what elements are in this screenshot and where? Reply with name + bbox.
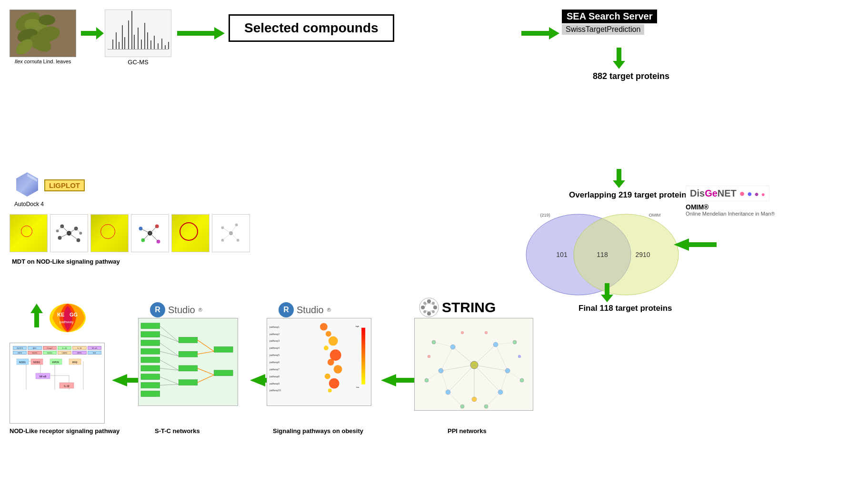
svg-point-137	[427, 312, 431, 316]
mdt-img-4	[131, 214, 169, 252]
ilex-image	[10, 10, 76, 57]
omim-full-label: Online Mendelian Inheritance in Man®	[686, 211, 775, 217]
string-text: STRING	[442, 299, 496, 316]
svg-line-45	[143, 233, 150, 240]
svg-rect-88	[141, 383, 160, 388]
svg-line-36	[58, 226, 62, 231]
svg-marker-13	[613, 169, 625, 188]
svg-marker-0	[81, 27, 104, 40]
mdt-img-6	[212, 214, 250, 252]
svg-text:KE: KE	[57, 312, 64, 317]
svg-line-52	[222, 227, 231, 233]
svg-line-53	[231, 225, 237, 233]
svg-marker-3	[613, 48, 625, 69]
svg-rect-81	[141, 323, 160, 329]
svg-text:RIP2K: RIP2K	[52, 361, 60, 364]
svg-rect-87	[141, 374, 160, 380]
svg-line-173	[434, 342, 453, 347]
svg-text:NF-κB: NF-κB	[40, 375, 47, 378]
svg-point-182	[518, 355, 521, 358]
svg-text:GG: GG	[70, 312, 78, 317]
svg-line-102	[198, 340, 214, 351]
arrow-sea-882	[612, 48, 626, 71]
svg-text:NOD2: NOD2	[33, 361, 40, 364]
svg-rect-106	[214, 346, 233, 352]
svg-rect-85	[141, 357, 160, 363]
nodlike-label: NOD-Like receptor signaling pathway	[10, 427, 120, 435]
arrow-disgenet-venn2	[674, 238, 717, 253]
svg-text:IKKβ: IKKβ	[72, 361, 78, 364]
svg-text:pathway6: pathway6	[269, 361, 279, 364]
stc-network-image	[138, 318, 238, 406]
svg-marker-21	[674, 238, 717, 251]
mdt-img-1	[10, 214, 48, 252]
svg-point-15	[574, 214, 678, 295]
svg-text:low: low	[356, 386, 359, 388]
selected-compounds-label: Selected compounds	[244, 20, 379, 35]
svg-marker-1	[177, 27, 225, 40]
svg-line-31	[69, 228, 76, 233]
mdt-images-row	[10, 214, 250, 252]
svg-text:pathway8: pathway8	[269, 376, 279, 378]
arrow-ilex-gcms	[81, 26, 104, 43]
svg-line-166	[500, 371, 508, 392]
svg-point-135	[421, 306, 425, 309]
svg-line-90	[160, 326, 179, 342]
svg-rect-129	[361, 328, 365, 385]
svg-line-156	[453, 347, 474, 365]
svg-line-92	[160, 343, 179, 356]
svg-rect-98	[179, 337, 198, 343]
svg-line-160	[448, 365, 474, 392]
svg-line-157	[474, 345, 496, 365]
ilex-image-box: Ilex cornuta Lind. leaves	[10, 10, 76, 67]
svg-text:pathway2: pathway2	[269, 333, 279, 336]
ilex-label: Ilex cornuta Lind. leaves	[10, 59, 76, 64]
svg-text:pathway5: pathway5	[269, 354, 279, 356]
signaling-pathways-image: pathway1 pathway2 pathway3 pathway4 path…	[267, 318, 371, 406]
selected-compounds-box: Selected compounds	[229, 14, 394, 42]
svg-rect-107	[214, 370, 233, 376]
svg-text:118: 118	[597, 251, 608, 258]
svg-text:pathway7: pathway7	[269, 368, 279, 371]
signaling-label: Signaling pathways on obesity	[273, 427, 363, 435]
svg-line-44	[150, 226, 157, 233]
svg-line-184	[453, 333, 462, 347]
svg-line-159	[474, 365, 508, 371]
rstudio-circle-sig: R	[279, 302, 294, 317]
ligplot-badge: LIGPLOT	[44, 179, 85, 191]
svg-line-178	[486, 392, 500, 406]
svg-text:pathway1: pathway1	[269, 326, 279, 328]
svg-line-33	[69, 233, 79, 240]
svg-line-37	[76, 228, 81, 233]
rstudio-circle-stc: R	[150, 302, 165, 317]
svg-line-54	[222, 233, 231, 240]
svg-line-91	[160, 335, 179, 342]
mdt-label: MDT on NOD-Like signaling pathway	[12, 258, 120, 265]
svg-point-134	[427, 299, 431, 303]
svg-line-97	[160, 385, 179, 385]
svg-text:101: 101	[556, 251, 568, 258]
mdt-img-5	[171, 214, 210, 252]
svg-text:(219): (219)	[540, 213, 550, 217]
autodock-label: AutoDock 4	[14, 201, 85, 208]
svg-line-55	[231, 233, 238, 240]
svg-text:NOD1: NOD1	[19, 361, 26, 364]
arrow-gcms-compounds	[177, 26, 225, 42]
svg-rect-100	[179, 366, 198, 371]
svg-line-164	[496, 345, 508, 371]
svg-line-43	[141, 228, 150, 233]
svg-text:IL-1β: IL-1β	[64, 385, 70, 387]
svg-line-176	[508, 371, 522, 380]
gcms-box: GC-MS	[105, 10, 171, 67]
rstudio-studio-stc: Studio	[168, 305, 195, 316]
swiss-title: SwissTargetPrediction	[562, 24, 644, 35]
final-118-label: Final 118 target proteins	[579, 304, 672, 313]
svg-point-181	[428, 355, 430, 358]
flow-diagram: Ilex cornuta Lind. leaves	[0, 0, 858, 504]
svg-text:pathway9: pathway9	[269, 383, 279, 385]
svg-marker-56	[30, 304, 43, 327]
svg-line-93	[160, 351, 179, 356]
svg-point-128	[328, 388, 332, 392]
venn-diagram-1: SEA 509(1) STP 576 308 219 357	[543, 76, 686, 162]
svg-line-177	[448, 392, 462, 406]
